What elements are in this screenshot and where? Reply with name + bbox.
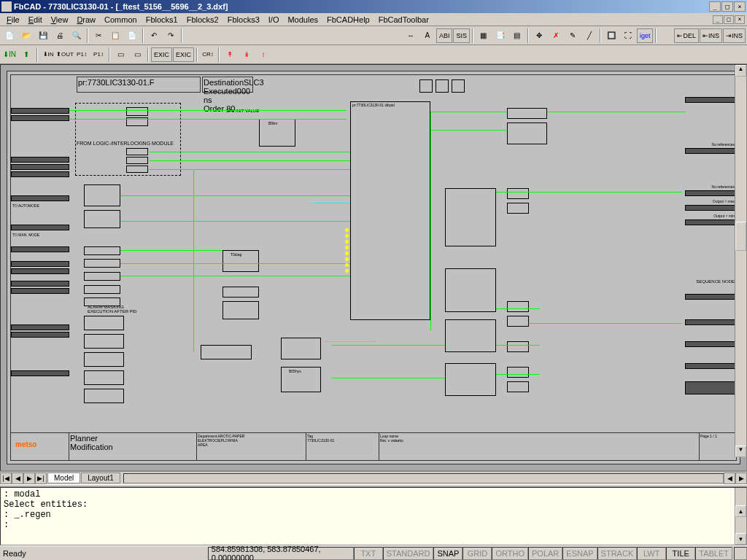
- tab-model[interactable]: Model: [47, 472, 80, 483]
- output-tag-4: [685, 205, 736, 211]
- in2-button[interactable]: ⬇IN: [40, 47, 56, 63]
- output-tag-8: [685, 341, 736, 347]
- redo-button[interactable]: ↷: [163, 28, 179, 44]
- copy-button[interactable]: 📋: [107, 28, 123, 44]
- line-button[interactable]: ╱: [581, 28, 597, 44]
- arrow-down-button[interactable]: ↡: [239, 47, 255, 63]
- seqnode-label: SEQUENCE NODE: [696, 279, 735, 284]
- doc-close-button[interactable]: ×: [735, 15, 745, 24]
- layer-button[interactable]: ▦: [476, 28, 492, 44]
- zoom-window-button[interactable]: 🔲: [603, 28, 619, 44]
- cut-button[interactable]: ✂: [90, 28, 107, 44]
- exic2-button[interactable]: EXIC: [173, 47, 194, 62]
- save-button[interactable]: 💾: [35, 28, 51, 44]
- doc-restore-button[interactable]: □: [724, 15, 734, 24]
- status-resize-grip[interactable]: [734, 547, 747, 560]
- ins-button[interactable]: ⇤INS: [700, 28, 722, 43]
- tab-nav-first[interactable]: |◀: [0, 472, 12, 484]
- cmd-scroll-down[interactable]: ▼: [735, 533, 746, 545]
- pencil-button[interactable]: ✎: [565, 28, 581, 44]
- rblock-5: [445, 319, 496, 352]
- print-button[interactable]: 🖨: [52, 28, 68, 44]
- menu-fblocks3[interactable]: Fblocks3: [223, 15, 264, 25]
- open-button[interactable]: 📂: [18, 28, 34, 44]
- text-button[interactable]: A: [419, 28, 436, 44]
- menu-file[interactable]: File: [2, 15, 24, 25]
- ins2-button[interactable]: ⇥INS: [723, 28, 746, 43]
- status-esnap[interactable]: ESNAP: [562, 547, 597, 560]
- hscroll-right[interactable]: ▶: [735, 472, 747, 484]
- close-button[interactable]: ×: [734, 1, 746, 12]
- status-lwt[interactable]: LWT: [637, 547, 666, 560]
- copy2-button[interactable]: 📑: [492, 28, 508, 44]
- menu-draw[interactable]: Draw: [72, 15, 100, 25]
- status-polar[interactable]: POLAR: [528, 547, 562, 560]
- status-tile[interactable]: TILE: [666, 547, 695, 560]
- dim-button[interactable]: ↔: [403, 28, 419, 44]
- erase-button[interactable]: ✗: [548, 28, 564, 44]
- rblock-3: [445, 188, 496, 246]
- drawing-canvas[interactable]: pr:7730LIC3130-01.F DestinationSLC3Execu…: [0, 64, 747, 471]
- restore-button[interactable]: □: [721, 1, 733, 12]
- vertical-scrollbar[interactable]: ▲ ▼: [735, 65, 746, 457]
- todiag-block: T0diag: [222, 250, 259, 272]
- command-line[interactable]: : modal Select entities: : _.regen : ▲ ▼: [0, 487, 747, 545]
- header-name-box: pr:7730LIC3130-01.F: [77, 77, 201, 93]
- print-preview-button[interactable]: 🔍: [69, 28, 85, 44]
- status-ortho[interactable]: ORTHO: [492, 547, 528, 560]
- out2-button[interactable]: ⬆OUT: [57, 47, 73, 63]
- tab-nav-next[interactable]: ▶: [23, 472, 35, 484]
- menu-modules[interactable]: Modules: [283, 15, 322, 25]
- titleblock: metso Planner Modification Department:AR…: [11, 432, 736, 460]
- abi-button[interactable]: ABI: [436, 28, 453, 43]
- tab-layout1[interactable]: Layout1: [81, 472, 120, 483]
- move-button[interactable]: ✥: [531, 28, 547, 44]
- toolbar-secondary: ⬇IN ⬆ ⬇IN ⬆OUT P1↕ P1↕ ▭ ▭ EXIC EXIC CR↕…: [0, 45, 747, 64]
- new-button[interactable]: 📄: [1, 28, 18, 44]
- menu-view[interactable]: View: [47, 15, 73, 25]
- cr-button[interactable]: CR↕: [200, 47, 216, 63]
- iget-button[interactable]: iget: [637, 28, 654, 43]
- rect2-button[interactable]: ▭: [129, 47, 145, 63]
- rblock-6: [445, 363, 496, 396]
- undo-button[interactable]: ↶: [146, 28, 162, 44]
- status-txt[interactable]: TXT: [354, 547, 383, 560]
- del-button[interactable]: ⇤DEL: [674, 28, 699, 43]
- minimize-button[interactable]: _: [709, 1, 721, 12]
- cmd-scroll-up[interactable]: ▲: [735, 505, 746, 517]
- output-tag-7: [685, 319, 736, 325]
- fblock-l8: [84, 316, 124, 330]
- status-standard[interactable]: STANDARD: [383, 547, 434, 560]
- arrow-both-button[interactable]: ↕: [255, 47, 271, 63]
- status-tablet[interactable]: TABLET: [695, 547, 732, 560]
- rect-button[interactable]: ▭: [112, 47, 128, 63]
- hscroll-left[interactable]: ◀: [724, 472, 735, 484]
- menu-fbcadtoolbar[interactable]: FbCadToolbar: [374, 15, 433, 25]
- horizontal-scrollbar[interactable]: [123, 473, 724, 483]
- cmd-scrollbar[interactable]: ▲ ▼: [735, 488, 746, 545]
- out-button[interactable]: ⬆: [18, 47, 34, 63]
- in-button[interactable]: ⬇IN: [1, 47, 18, 63]
- menu-io[interactable]: I/O: [264, 15, 284, 25]
- sis-button[interactable]: SIS: [453, 28, 470, 43]
- props-button[interactable]: ▤: [509, 28, 525, 44]
- doc-minimize-button[interactable]: _: [713, 15, 723, 24]
- exic1-button[interactable]: EXIC: [151, 47, 172, 62]
- statusbar: Ready 584.85981308, 583.87850467, 0.0000…: [0, 545, 747, 560]
- menu-edit[interactable]: Edit: [24, 15, 47, 25]
- status-strack[interactable]: STRACK: [597, 547, 638, 560]
- menu-fbcadhelp[interactable]: FbCADHelp: [322, 15, 374, 25]
- menu-common[interactable]: Common: [100, 15, 142, 25]
- input-tag-13: [11, 324, 69, 330]
- p1-button[interactable]: P1↕: [74, 47, 90, 63]
- p1b-button[interactable]: P1↕: [90, 47, 107, 63]
- arrow-up-button[interactable]: ↟: [222, 47, 238, 63]
- menu-fblocks2[interactable]: Fblocks2: [182, 15, 223, 25]
- tab-nav-prev[interactable]: ◀: [12, 472, 23, 484]
- zoom-extents-button[interactable]: ⛶: [620, 28, 636, 44]
- status-snap[interactable]: SNAP: [433, 547, 462, 560]
- paste-button[interactable]: 📄: [124, 28, 140, 44]
- menu-fblocks1[interactable]: Fblocks1: [142, 15, 182, 25]
- tab-nav-last[interactable]: ▶|: [35, 472, 47, 484]
- status-grid[interactable]: GRID: [462, 547, 492, 560]
